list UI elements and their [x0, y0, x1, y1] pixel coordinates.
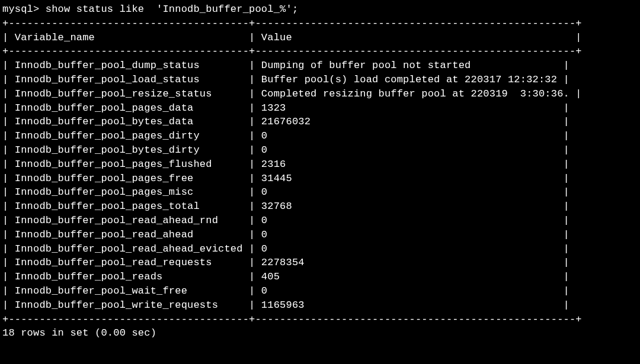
table-row: | Innodb_buffer_pool_write_requests | 11…: [2, 298, 638, 313]
table-row: | Innodb_buffer_pool_pages_data | 1323 |: [2, 101, 638, 115]
table-row: | Innodb_buffer_pool_load_status | Buffe…: [2, 73, 638, 87]
table-border-mid: +---------------------------------------…: [2, 44, 638, 59]
prompt-line: mysql> show status like 'Innodb_buffer_p…: [2, 2, 638, 17]
table-row: | Innodb_buffer_pool_pages_flushed | 231…: [2, 157, 638, 172]
result-footer: 18 rows in set (0.00 sec): [2, 326, 638, 340]
table-border-top: +---------------------------------------…: [2, 17, 638, 31]
table-row: | Innodb_buffer_pool_dump_status | Dumpi…: [2, 59, 638, 73]
table-row: | Innodb_buffer_pool_read_ahead_evicted …: [2, 242, 638, 256]
table-border-bottom: +---------------------------------------…: [2, 313, 638, 327]
table-row: | Innodb_buffer_pool_wait_free | 0 |: [2, 284, 638, 298]
table-row: | Innodb_buffer_pool_bytes_dirty | 0 |: [2, 143, 638, 157]
table-row: | Innodb_buffer_pool_reads | 405 |: [2, 270, 638, 284]
table-header: | Variable_name | Value |: [2, 31, 638, 45]
table-row: | Innodb_buffer_pool_bytes_data | 216760…: [2, 115, 638, 129]
table-row: | Innodb_buffer_pool_read_ahead | 0 |: [2, 228, 638, 242]
table-row: | Innodb_buffer_pool_pages_misc | 0 |: [2, 185, 638, 199]
table-row: | Innodb_buffer_pool_read_requests | 227…: [2, 256, 638, 270]
table-row: | Innodb_buffer_pool_pages_dirty | 0 |: [2, 129, 638, 143]
table-row: | Innodb_buffer_pool_resize_status | Com…: [2, 87, 638, 101]
table-row: | Innodb_buffer_pool_pages_total | 32768…: [2, 199, 638, 214]
terminal-output: mysql> show status like 'Innodb_buffer_p…: [2, 2, 638, 340]
table-row: | Innodb_buffer_pool_read_ahead_rnd | 0 …: [2, 214, 638, 228]
table-rows: | Innodb_buffer_pool_dump_status | Dumpi…: [2, 59, 638, 312]
table-row: | Innodb_buffer_pool_pages_free | 31445 …: [2, 172, 638, 186]
